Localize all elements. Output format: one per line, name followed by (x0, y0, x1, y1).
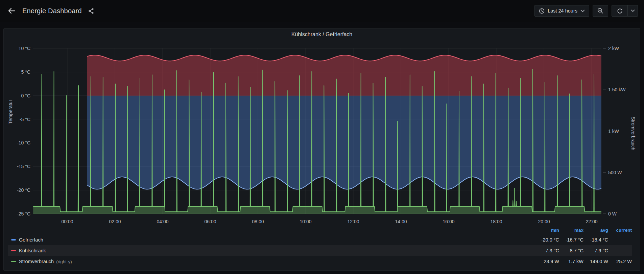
refresh-icon (617, 8, 623, 14)
legend-series-axis-suffix: (right-y) (56, 259, 72, 264)
legend-row-gefrierfach: Gefrierfach-20.0 °C-16.7 °C-18.4 °C (8, 234, 632, 245)
legend-value-khlschrank-min: 7.3 °C (527, 248, 559, 253)
legend-series-khlschrank[interactable]: Kühlschrank (19, 248, 46, 253)
topbar-controls: Last 24 hours (534, 5, 641, 17)
legend-swatch-khlschrank (11, 250, 16, 251)
y-left-tick-label: -5 °C (20, 117, 30, 122)
x-tick-label: 02:00 (109, 219, 121, 224)
zoom-out-icon (597, 7, 604, 14)
y-left-tick-label: -20 °C (17, 187, 30, 193)
legend-value-khlschrank-avg: 7.9 °C (583, 248, 608, 253)
y-right-tick-label: 2 kW (608, 46, 619, 51)
legend-series-stromverbrauch[interactable]: Stromverbrauch (19, 259, 54, 264)
refresh-dashboard-button[interactable] (612, 5, 627, 16)
y-axis-right-label: Stromverbrauch (630, 73, 636, 195)
y-left-tick-label: -15 °C (17, 164, 30, 169)
series-area-khlschrank (87, 55, 601, 96)
legend-row-stromverbrauch: Stromverbrauch(right-y)23.9 W1.7 kW149.0… (8, 256, 632, 267)
chevron-down-icon (580, 9, 585, 13)
zoom-out-time-button[interactable] (593, 5, 608, 17)
legend-series-gefrierfach[interactable]: Gefrierfach (19, 237, 43, 243)
y-right-tick-label: 500 W (608, 170, 622, 175)
arrow-left-icon (7, 6, 16, 15)
x-tick-label: 20:00 (538, 219, 550, 224)
time-range-picker[interactable]: Last 24 hours (534, 5, 589, 17)
legend-value-stromverbrauch-current: 25.2 W (608, 259, 632, 264)
timeseries-panel: Kühlschrank / Gefrierfach 00:0002:0004:0… (3, 28, 640, 271)
x-tick-label: 04:00 (157, 219, 168, 224)
y-right-tick-label: 1 kW (608, 129, 619, 134)
clock-icon (539, 8, 545, 14)
legend-header-max[interactable]: max (559, 228, 583, 233)
x-tick-label: 08:00 (252, 219, 264, 224)
refresh-interval-dropdown[interactable] (627, 5, 638, 16)
share-dashboard-button[interactable] (88, 8, 94, 14)
y-left-tick-label: -25 °C (17, 211, 30, 216)
top-navigation-bar: Energie Dashboard Last 24 hours (0, 0, 644, 22)
grafana-dashboard: { "header": { "title": "Energie Dashboar… (0, 0, 644, 274)
legend-header-row: minmaxavgcurrent (8, 226, 632, 234)
back-button[interactable] (5, 4, 18, 18)
timeseries-chart[interactable]: 00:0002:0004:0006:0008:0010:0012:0014:00… (4, 41, 641, 225)
legend-value-gefrierfach-avg: -18.4 °C (583, 237, 608, 243)
x-tick-label: 16:00 (443, 219, 454, 224)
y-right-tick-label: 0 W (608, 211, 617, 216)
y-left-tick-label: 0 °C (21, 93, 30, 98)
x-tick-label: 22:00 (586, 219, 597, 224)
share-alt-icon (88, 8, 94, 14)
y-left-tick-label: -10 °C (17, 140, 30, 145)
x-tick-label: 00:00 (61, 219, 73, 224)
legend-swatch-stromverbrauch (11, 261, 16, 262)
x-tick-label: 12:00 (347, 219, 359, 224)
y-axis-left-label: Temperatur (8, 51, 13, 173)
chevron-down-icon (631, 9, 635, 12)
y-left-tick-label: 5 °C (21, 69, 30, 75)
legend-value-gefrierfach-max: -16.7 °C (559, 237, 583, 243)
legend-value-stromverbrauch-avg: 149.0 W (583, 259, 608, 264)
panel-title[interactable]: Kühlschrank / Gefrierfach (4, 29, 640, 40)
legend-header-avg[interactable]: avg (583, 228, 608, 233)
x-tick-label: 06:00 (204, 219, 216, 224)
legend-header-current[interactable]: current (608, 228, 632, 233)
legend-value-khlschrank-max: 8.7 °C (559, 248, 583, 253)
time-range-label: Last 24 hours (548, 8, 577, 14)
legend-value-gefrierfach-min: -20.0 °C (527, 237, 559, 243)
legend-value-stromverbrauch-max: 1.7 kW (559, 259, 583, 264)
y-left-tick-label: 10 °C (19, 46, 30, 51)
legend-header-min[interactable]: min (527, 228, 559, 233)
legend-row-khlschrank: Kühlschrank7.3 °C8.7 °C7.9 °C (8, 245, 632, 256)
legend-swatch-gefrierfach (11, 239, 16, 241)
refresh-button-group (612, 5, 638, 17)
legend-table: minmaxavgcurrentGefrierfach-20.0 °C-16.7… (8, 226, 632, 267)
x-tick-label: 18:00 (490, 219, 502, 224)
dashboard-title: Energie Dashboard (22, 7, 82, 15)
x-tick-label: 10:00 (300, 219, 311, 224)
y-right-tick-label: 1.50 kW (608, 87, 626, 92)
x-tick-label: 14:00 (395, 219, 407, 224)
legend-value-stromverbrauch-min: 23.9 W (527, 259, 559, 264)
